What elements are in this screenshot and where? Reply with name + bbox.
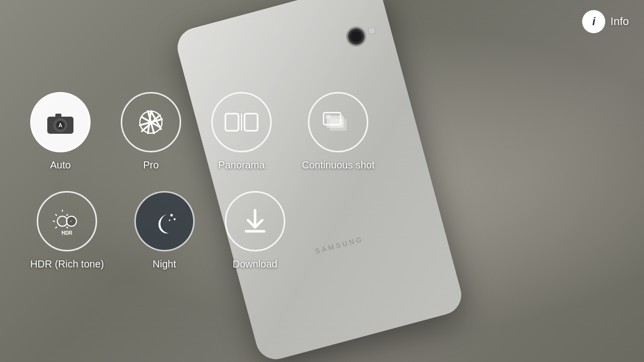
auto-label: Auto (50, 159, 70, 171)
svg-line-26 (55, 214, 57, 216)
pro-circle (121, 92, 181, 152)
mode-continuous[interactable]: Continuous shot (302, 92, 375, 171)
svg-point-33 (174, 218, 176, 220)
mode-download[interactable]: Download (225, 191, 285, 270)
camera-auto-icon: A (45, 109, 75, 136)
continuous-circle (308, 92, 368, 152)
svg-point-30 (66, 216, 76, 226)
modes-row-1: A Auto (30, 92, 375, 171)
svg-rect-14 (225, 114, 238, 131)
night-label: Night (152, 258, 176, 270)
svg-text:A: A (58, 122, 62, 128)
mode-hdr[interactable]: HDR HDR (Rich tone) (30, 191, 104, 270)
svg-point-34 (169, 220, 170, 221)
hdr-icon: HDR (49, 204, 85, 239)
burst-icon (320, 108, 356, 137)
modes-row-2: HDR HDR (Rich tone) (30, 191, 285, 270)
info-label: Info (610, 15, 629, 28)
panorama-label: Panorama (218, 159, 265, 171)
svg-rect-4 (55, 114, 61, 117)
download-circle (225, 191, 285, 251)
mode-auto[interactable]: A Auto (30, 92, 91, 171)
info-button[interactable]: i Info (582, 10, 629, 33)
mode-night[interactable]: Night (134, 191, 195, 270)
mode-pro[interactable]: Pro (121, 92, 181, 171)
mode-panorama[interactable]: Panorama (211, 92, 272, 171)
svg-line-29 (66, 227, 68, 228)
info-icon: i (582, 10, 605, 33)
pro-label: Pro (143, 159, 158, 171)
night-icon (148, 205, 181, 237)
night-circle (134, 191, 195, 251)
svg-line-27 (66, 214, 68, 216)
svg-rect-20 (326, 115, 331, 119)
auto-circle: A (30, 92, 91, 152)
svg-text:HDR: HDR (62, 230, 73, 236)
svg-point-32 (170, 214, 173, 217)
aperture-icon (135, 106, 167, 138)
svg-line-28 (55, 227, 57, 228)
download-label: Download (232, 258, 277, 270)
svg-rect-15 (245, 114, 258, 131)
hdr-circle: HDR (37, 191, 97, 251)
hdr-label: HDR (Rich tone) (30, 258, 104, 270)
modes-container: A Auto (0, 0, 644, 362)
panorama-circle (211, 92, 272, 152)
download-icon (239, 205, 271, 237)
panorama-icon (223, 110, 260, 135)
continuous-label: Continuous shot (302, 159, 375, 171)
